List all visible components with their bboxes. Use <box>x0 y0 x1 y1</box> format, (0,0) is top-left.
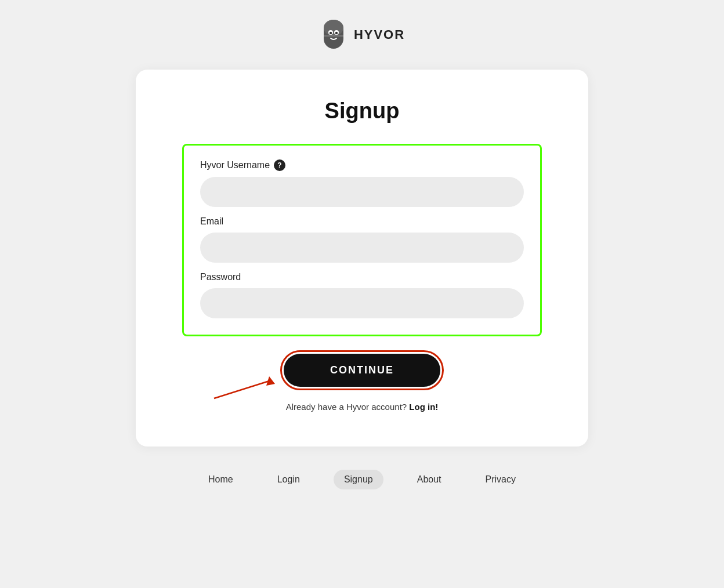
form-box: Hyvor Username ? Email Password <box>182 144 542 336</box>
hyvor-logo-icon <box>319 17 348 52</box>
continue-button[interactable]: CONTINUE <box>284 354 440 387</box>
email-input[interactable] <box>200 233 524 263</box>
footer-nav-login[interactable]: Login <box>267 470 310 489</box>
svg-line-7 <box>214 381 269 398</box>
svg-point-4 <box>330 32 332 34</box>
logo-area: HYVOR <box>319 17 405 52</box>
page-title: Signup <box>182 99 542 124</box>
footer-nav-home[interactable]: Home <box>198 470 244 489</box>
username-help-icon[interactable]: ? <box>274 159 285 171</box>
footer-nav-privacy[interactable]: Privacy <box>475 470 526 489</box>
footer-nav-signup[interactable]: Signup <box>334 470 383 489</box>
button-area: CONTINUE Already have a Hyvor account? L… <box>182 354 542 412</box>
email-label: Email <box>200 216 524 227</box>
username-field-group: Hyvor Username ? <box>200 159 524 207</box>
footer-nav: Home Login Signup About Privacy <box>198 470 526 489</box>
login-prompt-text: Already have a Hyvor account? Log in! <box>286 402 439 412</box>
footer-nav-about[interactable]: About <box>407 470 452 489</box>
svg-rect-1 <box>324 20 343 36</box>
email-field-group: Email <box>200 216 524 263</box>
svg-point-5 <box>335 32 338 34</box>
login-link[interactable]: Log in! <box>409 402 438 412</box>
continue-btn-wrapper: CONTINUE <box>284 354 440 387</box>
username-input[interactable] <box>200 177 524 207</box>
logo-text: HYVOR <box>354 27 405 42</box>
signup-card: Signup Hyvor Username ? Email Password <box>136 70 588 447</box>
password-label: Password <box>200 272 524 282</box>
username-label: Hyvor Username ? <box>200 159 524 171</box>
password-input[interactable] <box>200 288 524 318</box>
arrow-annotation <box>208 364 278 404</box>
password-field-group: Password <box>200 272 524 318</box>
